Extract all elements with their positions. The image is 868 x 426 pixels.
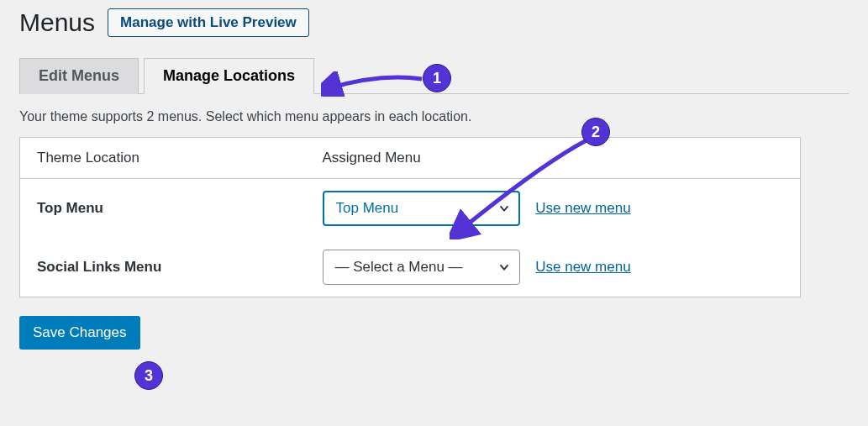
save-changes-button[interactable]: Save Changes xyxy=(19,316,140,350)
tab-manage-locations[interactable]: Manage Locations xyxy=(144,58,314,94)
annotation-badge-1: 1 xyxy=(423,64,451,92)
location-label: Top Menu xyxy=(20,179,306,239)
tab-edit-menus[interactable]: Edit Menus xyxy=(19,58,139,94)
col-header-assigned: Assigned Menu xyxy=(306,138,801,179)
table-row: Social Links Menu — Select a Menu — Use … xyxy=(20,238,801,297)
page-title: Menus xyxy=(19,8,95,37)
location-label: Social Links Menu xyxy=(20,238,306,297)
locations-table: Theme Location Assigned Menu Top Menu To… xyxy=(19,137,801,297)
assigned-menu-select-social[interactable]: — Select a Menu — xyxy=(323,250,520,285)
description-text: Your theme supports 2 menus. Select whic… xyxy=(19,109,849,124)
use-new-menu-link[interactable]: Use new menu xyxy=(535,200,630,216)
col-header-location: Theme Location xyxy=(20,138,306,179)
annotation-badge-2: 2 xyxy=(581,118,610,146)
assigned-menu-select-top[interactable]: Top Menu xyxy=(323,191,520,226)
use-new-menu-link[interactable]: Use new menu xyxy=(535,259,630,275)
manage-live-preview-button[interactable]: Manage with Live Preview xyxy=(108,8,309,37)
table-row: Top Menu Top Menu Use new menu xyxy=(20,179,801,239)
annotation-badge-3: 3 xyxy=(134,361,163,390)
